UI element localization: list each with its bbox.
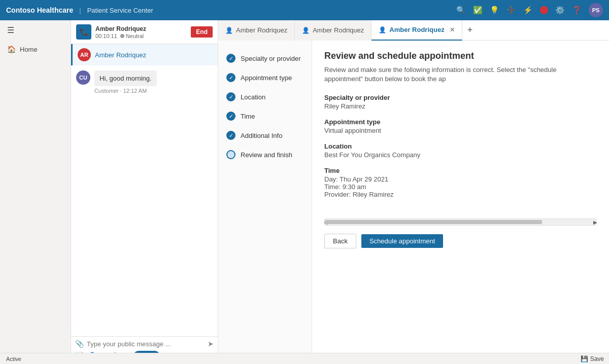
sidebar: ☰ 🏠 Home	[0, 20, 71, 364]
step-label-appointment: Appointment type	[241, 74, 292, 82]
sentiment-label: Neutral	[126, 33, 144, 39]
review-title: Review and schedule appointment	[324, 51, 597, 61]
horizontal-scrollbar[interactable]: ◀ ▶	[324, 219, 597, 226]
contact-item[interactable]: AR Amber Rodriquez	[71, 44, 218, 65]
person-icon-1: 👤	[225, 27, 233, 34]
call-time: 00:10:11	[95, 33, 117, 39]
location-label: Location	[324, 142, 597, 150]
chat-bubble-content: Hi, good morning. Customer · 12:12 AM	[94, 70, 157, 94]
step-location[interactable]: ✓ Location	[218, 87, 312, 106]
step-appointment-type[interactable]: ✓ Appointment type	[218, 68, 312, 87]
chat-message: CU Hi, good morning. Customer · 12:12 AM	[76, 70, 213, 94]
chat-input-row: 📎 ➤	[75, 340, 214, 348]
send-icon[interactable]: ➤	[208, 340, 214, 348]
agent-panel: 📞 Amber Rodriquez 00:10:11 Neutral End A…	[71, 20, 218, 364]
home-icon: 🏠	[7, 45, 16, 53]
tab-amber-2[interactable]: 👤 Amber Rodriquez	[295, 20, 371, 41]
scrollbar-thumb[interactable]	[325, 220, 542, 224]
attach-icon[interactable]: 📎	[75, 340, 84, 348]
agent-call-bar: 📞 Amber Rodriquez 00:10:11 Neutral End	[71, 20, 218, 44]
main-layout: ☰ 🏠 Home 📞 Amber Rodriquez 00:10:11 Neut…	[0, 20, 609, 364]
review-subtitle: Review and make sure the following infor…	[324, 65, 597, 84]
review-field-specialty: Specialty or provider Riley Ramirez	[324, 94, 597, 110]
review-actions: Back Schedule appointment	[324, 234, 597, 248]
time-label: Time	[324, 167, 597, 174]
nav-divider: |	[79, 7, 81, 14]
step-check-specialty: ✓	[226, 54, 235, 63]
step-label-additional: Additional Info	[241, 132, 282, 139]
step-label-specialty: Specialty or provider	[241, 55, 301, 62]
neutral-circle	[120, 34, 124, 38]
top-nav: Contoso Healthcare | Patient Service Cen…	[0, 0, 609, 20]
step-review[interactable]: Review and finish	[218, 145, 312, 164]
top-nav-icons: 🔍 ✅ 💡 ➕ ⚡ ⚙️ ❓ PS	[456, 3, 603, 17]
review-field-appointment: Appointment type Virtual appointment	[324, 118, 597, 134]
person-icon-3: 👤	[379, 26, 386, 33]
help-icon[interactable]: ❓	[572, 6, 582, 15]
app-brand: Contoso Healthcare	[6, 6, 73, 14]
agent-call-name: Amber Rodriquez	[95, 25, 187, 32]
schedule-appointment-button[interactable]: Schedule appointment	[361, 234, 443, 248]
status-bar: Active 💾 Save	[0, 353, 609, 364]
appointment-label: Appointment type	[324, 118, 597, 126]
step-check-additional: ✓	[226, 131, 235, 140]
location-value: Best For You Organics Company	[324, 151, 597, 159]
tabs-main: 👤 Amber Rodriquez 👤 Amber Rodriquez 👤 Am…	[218, 20, 609, 364]
contact-name: Amber Rodriquez	[95, 51, 146, 59]
step-label-location: Location	[241, 93, 265, 101]
tab-close-icon[interactable]: ✕	[450, 26, 455, 33]
chat-messages: CU Hi, good morning. Customer · 12:12 AM	[71, 65, 218, 336]
tab-add-button[interactable]: +	[462, 25, 478, 35]
plus-icon[interactable]: ➕	[506, 6, 516, 15]
review-panel: Review and schedule appointment Review a…	[312, 41, 609, 364]
contact-avatar: AR	[78, 48, 91, 61]
agent-call-info: Amber Rodriquez 00:10:11 Neutral	[95, 25, 187, 39]
tab-amber-3[interactable]: 👤 Amber Rodriquez ✕	[371, 20, 462, 41]
specialty-label: Specialty or provider	[324, 94, 597, 101]
save-icon: 💾	[581, 355, 588, 362]
steps-panel: ✓ Specialty or provider ✓ Appointment ty…	[218, 41, 312, 364]
chat-input[interactable]	[87, 340, 205, 348]
user-avatar[interactable]: PS	[589, 3, 603, 17]
agent-call-meta: 00:10:11 Neutral	[95, 33, 187, 39]
scroll-right-icon[interactable]: ▶	[593, 220, 597, 225]
step-check-appointment: ✓	[226, 73, 235, 82]
chat-area: CU Hi, good morning. Customer · 12:12 AM…	[71, 65, 218, 364]
review-field-location: Location Best For You Organics Company	[324, 142, 597, 159]
sidebar-home-label: Home	[20, 46, 38, 53]
step-specialty[interactable]: ✓ Specialty or provider	[218, 49, 312, 68]
sidebar-item-home[interactable]: 🏠 Home	[0, 40, 71, 58]
back-button[interactable]: Back	[324, 234, 356, 248]
person-icon-2: 👤	[302, 27, 310, 34]
tabs-bar: 👤 Amber Rodriquez 👤 Amber Rodriquez 👤 Am…	[218, 20, 609, 41]
search-icon[interactable]: 🔍	[456, 6, 466, 15]
lightbulb-icon[interactable]: 💡	[490, 6, 499, 15]
step-check-review	[226, 150, 235, 159]
app-subtitle: Patient Service Center	[87, 7, 153, 14]
review-field-time: Time Day: Thu Apr 29 2021Time: 9:30 amPr…	[324, 167, 597, 198]
settings-icon[interactable]: ⚙️	[555, 6, 565, 15]
tab-label-1: Amber Rodriquez	[236, 26, 287, 34]
step-time[interactable]: ✓ Time	[218, 106, 312, 126]
filter-icon[interactable]: ⚡	[523, 6, 533, 15]
notification-badge[interactable]	[540, 6, 548, 14]
tab-label-3: Amber Rodriquez	[389, 26, 444, 33]
checkmark-circle-icon[interactable]: ✅	[473, 6, 483, 15]
specialty-value: Riley Ramirez	[324, 102, 597, 110]
content-area: ✓ Specialty or provider ✓ Appointment ty…	[218, 41, 609, 364]
tab-amber-1[interactable]: 👤 Amber Rodriquez	[218, 20, 295, 41]
save-button[interactable]: 💾 Save	[581, 355, 604, 362]
tab-label-2: Amber Rodriquez	[313, 26, 364, 34]
appointment-value: Virtual appointment	[324, 127, 597, 134]
save-label: Save	[590, 355, 604, 362]
chat-bubble-meta: Customer · 12:12 AM	[94, 88, 157, 94]
end-call-button[interactable]: End	[191, 26, 213, 38]
hamburger-menu[interactable]: ☰	[0, 20, 71, 40]
step-check-location: ✓	[226, 92, 235, 101]
step-label-review: Review and finish	[241, 151, 292, 159]
agent-call-avatar: 📞	[76, 24, 91, 40]
step-check-time: ✓	[226, 112, 235, 121]
step-additional-info[interactable]: ✓ Additional Info	[218, 126, 312, 145]
sentiment-badge: Neutral	[120, 33, 144, 39]
phone-icon: 📞	[80, 28, 88, 36]
